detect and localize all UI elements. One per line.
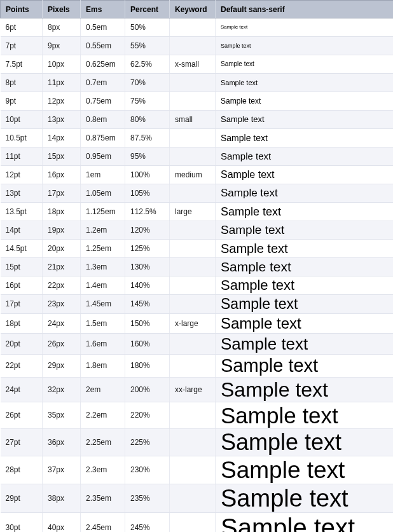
cell-ems: 1.3em <box>81 258 125 276</box>
table-row: 6pt8px0.5em50%Sample text <box>1 18 394 37</box>
cell-points: 13.5pt <box>1 203 43 221</box>
cell-pixels: 18px <box>43 203 81 221</box>
cell-ems: 1.5em <box>81 314 125 334</box>
table-row: 28pt37px2.3em230%Sample text <box>1 456 394 484</box>
table-row: 12pt16px1em100%mediumSample text <box>1 166 394 184</box>
col-header-ems: Ems <box>81 1 125 18</box>
cell-keyword <box>170 484 216 513</box>
cell-keyword <box>170 74 216 92</box>
cell-sample: Sample text <box>216 240 394 258</box>
cell-sample: Sample text <box>216 111 394 129</box>
cell-sample: Sample text <box>216 92 394 111</box>
cell-keyword <box>170 18 216 37</box>
table-header-row: Points Pixels Ems Percent Keyword Defaul… <box>1 1 394 18</box>
table-row: 10pt13px0.8em80%smallSample text <box>1 111 394 129</box>
cell-ems: 2.45em <box>81 513 125 533</box>
cell-pixels: 17px <box>43 184 81 203</box>
cell-points: 14pt <box>1 221 43 240</box>
cell-percent: 112.5% <box>125 203 170 221</box>
cell-pixels: 13px <box>43 111 81 129</box>
cell-ems: 2em <box>81 378 125 402</box>
cell-pixels: 37px <box>43 456 81 484</box>
cell-pixels: 10px <box>43 55 81 74</box>
table-row: 8pt11px0.7em70%Sample text <box>1 74 394 92</box>
cell-percent: 95% <box>125 147 170 166</box>
cell-keyword <box>170 258 216 276</box>
cell-keyword <box>170 147 216 166</box>
cell-percent: 62.5% <box>125 55 170 74</box>
cell-percent: 160% <box>125 334 170 355</box>
cell-ems: 0.625em <box>81 55 125 74</box>
cell-sample: Sample text <box>216 402 394 429</box>
cell-keyword: medium <box>170 166 216 184</box>
table-row: 17pt23px1.45em145%Sample text <box>1 295 394 314</box>
cell-keyword <box>170 92 216 111</box>
cell-sample: Sample text <box>216 203 394 221</box>
table-row: 20pt26px1.6em160%Sample text <box>1 334 394 355</box>
cell-keyword <box>170 334 216 355</box>
cell-percent: 130% <box>125 258 170 276</box>
cell-ems: 1.2em <box>81 221 125 240</box>
cell-ems: 1.25em <box>81 240 125 258</box>
cell-ems: 2.35em <box>81 484 125 513</box>
cell-ems: 1.05em <box>81 184 125 203</box>
cell-ems: 2.25em <box>81 429 125 456</box>
cell-points: 27pt <box>1 429 43 456</box>
cell-points: 22pt <box>1 355 43 378</box>
cell-sample: Sample text <box>216 314 394 334</box>
cell-percent: 100% <box>125 166 170 184</box>
cell-percent: 200% <box>125 378 170 402</box>
cell-keyword <box>170 456 216 484</box>
cell-pixels: 36px <box>43 429 81 456</box>
table-row: 26pt35px2.2em220%Sample text <box>1 402 394 429</box>
cell-percent: 55% <box>125 37 170 55</box>
table-row: 16pt22px1.4em140%Sample text <box>1 276 394 295</box>
cell-percent: 87.5% <box>125 129 170 147</box>
cell-sample: Sample text <box>216 378 394 402</box>
table-row: 15pt21px1.3em130%Sample text <box>1 258 394 276</box>
cell-points: 29pt <box>1 484 43 513</box>
cell-sample: Sample text <box>216 456 394 484</box>
cell-pixels: 21px <box>43 258 81 276</box>
cell-points: 6pt <box>1 18 43 37</box>
cell-sample: Sample text <box>216 513 394 533</box>
table-row: 9pt12px0.75em75%Sample text <box>1 92 394 111</box>
cell-pixels: 35px <box>43 402 81 429</box>
cell-sample: Sample text <box>216 55 394 74</box>
cell-sample: Sample text <box>216 147 394 166</box>
cell-points: 24pt <box>1 378 43 402</box>
cell-points: 18pt <box>1 314 43 334</box>
cell-keyword <box>170 276 216 295</box>
cell-percent: 180% <box>125 355 170 378</box>
cell-keyword <box>170 184 216 203</box>
cell-pixels: 40px <box>43 513 81 533</box>
cell-percent: 140% <box>125 276 170 295</box>
cell-percent: 230% <box>125 456 170 484</box>
cell-points: 13pt <box>1 184 43 203</box>
cell-sample: Sample text <box>216 37 394 55</box>
cell-ems: 0.5em <box>81 18 125 37</box>
cell-percent: 75% <box>125 92 170 111</box>
cell-pixels: 8px <box>43 18 81 37</box>
cell-pixels: 15px <box>43 147 81 166</box>
cell-points: 26pt <box>1 402 43 429</box>
cell-keyword: x-small <box>170 55 216 74</box>
cell-points: 30pt <box>1 513 43 533</box>
cell-percent: 120% <box>125 221 170 240</box>
col-header-percent: Percent <box>125 1 170 18</box>
table-row: 7pt9px0.55em55%Sample text <box>1 37 394 55</box>
cell-points: 10.5pt <box>1 129 43 147</box>
cell-ems: 1em <box>81 166 125 184</box>
cell-percent: 125% <box>125 240 170 258</box>
cell-pixels: 22px <box>43 276 81 295</box>
cell-sample: Sample text <box>216 166 394 184</box>
table-row: 13pt17px1.05em105%Sample text <box>1 184 394 203</box>
cell-ems: 0.55em <box>81 37 125 55</box>
cell-points: 12pt <box>1 166 43 184</box>
cell-pixels: 32px <box>43 378 81 402</box>
cell-sample: Sample text <box>216 484 394 513</box>
cell-percent: 50% <box>125 18 170 37</box>
cell-percent: 150% <box>125 314 170 334</box>
cell-keyword: small <box>170 111 216 129</box>
table-body: 6pt8px0.5em50%Sample text7pt9px0.55em55%… <box>1 18 394 533</box>
